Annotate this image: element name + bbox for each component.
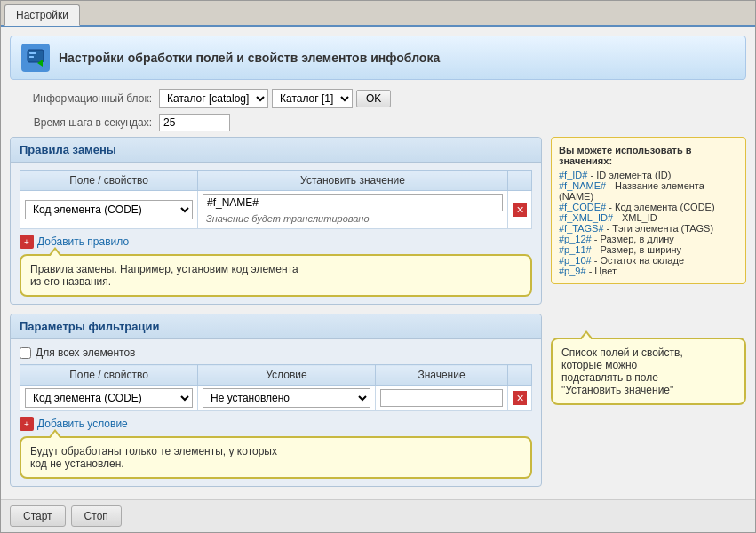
rules-section: Правила замены Поле / свойство Установит… <box>10 137 542 305</box>
rules-tooltip-text: Правила замены. Например, установим код … <box>30 263 298 288</box>
filter-col-value-header: Значение <box>376 365 508 386</box>
info-link-p12[interactable]: #p_12# <box>559 234 592 244</box>
list-item: #f_TAGS# - Тэги элемента (TAGS) <box>559 223 738 234</box>
filter-table: Поле / свойство Условие Значение <box>20 364 532 411</box>
time-step-label: Время шага в секундах: <box>10 116 152 129</box>
rules-delete-cell: ✕ <box>508 191 532 229</box>
bottom-bar: Старт Стоп <box>1 499 755 532</box>
info-link-p9[interactable]: #p_9# <box>559 266 586 276</box>
info-tooltip2: Список полей и свойств,которые можноподс… <box>551 338 746 405</box>
info-link-xmlid-text: - XML_ID <box>613 212 657 223</box>
add-condition-label: Добавить условие <box>37 418 128 430</box>
filter-value-cell <box>376 386 508 411</box>
rules-delete-icon[interactable]: ✕ <box>513 203 527 217</box>
list-item: #f_NAME# - Название элемента (NAME) <box>559 180 738 202</box>
rules-field-select[interactable]: Код элемента (CODE) <box>25 200 193 219</box>
info-link-code[interactable]: #f_CODE# <box>559 202 606 212</box>
rules-section-title: Правила замены <box>11 138 541 163</box>
content-area: Настройки обработки полей и свойств элем… <box>1 27 755 499</box>
list-item: #f_CODE# - Код элемента (CODE) <box>559 202 738 212</box>
rules-tooltip: Правила замены. Например, установим код … <box>20 254 532 297</box>
rules-table: Поле / свойство Установить значение К <box>20 170 532 229</box>
info-link-id[interactable]: #f_ID# <box>559 170 587 180</box>
rules-section-body: Поле / свойство Установить значение К <box>11 163 541 304</box>
ok-button[interactable]: OK <box>356 90 391 107</box>
transliterate-note: Значение будет транслитировано <box>203 211 503 226</box>
filter-condition-select[interactable]: Не установлено <box>203 388 370 408</box>
page-title: Настройки обработки полей и свойств элем… <box>59 51 440 65</box>
list-item: #f_XML_ID# - XML_ID <box>559 212 738 223</box>
info-link-p10-text: - Остаток на складе <box>592 255 684 266</box>
filter-section-body: Для всех элементов Поле / свойство Услов… <box>11 339 541 486</box>
time-step-input[interactable] <box>159 114 230 131</box>
info-link-p10[interactable]: #p_10# <box>559 255 592 266</box>
info-link-p11-text: - Размер, в ширину <box>592 244 681 255</box>
rules-col-value-header: Установить значение <box>198 171 508 191</box>
list-item: #f_ID# - ID элемента (ID) <box>559 170 738 180</box>
info-link-p11[interactable]: #p_11# <box>559 244 592 255</box>
info-box: Вы можете использовать взначениях: #f_ID… <box>551 137 746 284</box>
info-links-list: #f_ID# - ID элемента (ID) #f_NAME# - Наз… <box>559 170 738 276</box>
filter-field-select[interactable]: Код элемента (CODE) <box>25 388 193 408</box>
right-panel: Вы можете использовать взначениях: #f_ID… <box>551 137 746 496</box>
stop-button[interactable]: Стоп <box>71 505 122 527</box>
svg-rect-1 <box>29 52 36 54</box>
info-link-xmlid[interactable]: #f_XML_ID# <box>559 212 613 223</box>
add-condition-icon: + <box>20 417 34 431</box>
info-link-p9-text: - Цвет <box>586 266 617 276</box>
info-box-title: Вы можете использовать взначениях: <box>559 145 738 166</box>
info-block-row: Информационный блок: Каталог [catalog] К… <box>10 89 746 108</box>
all-elements-checkbox-label[interactable]: Для всех элементов <box>20 346 532 359</box>
time-step-row: Время шага в секундах: <box>10 114 746 131</box>
info-link-p12-text: - Размер, в длину <box>592 234 674 244</box>
info-tooltip2-text: Список полей и свойств,которые можноподс… <box>561 346 683 396</box>
filter-tooltip: Будут обработаны только те элементы, у к… <box>20 436 532 479</box>
start-button[interactable]: Старт <box>10 505 66 527</box>
rules-value-cell: Значение будет транслитировано <box>198 191 508 229</box>
all-elements-checkbox[interactable] <box>20 347 31 359</box>
list-item: #p_10# - Остаток на складе <box>559 255 738 266</box>
rules-value-input[interactable] <box>203 194 503 211</box>
filter-field-cell: Код элемента (CODE) <box>20 386 198 411</box>
tab-settings[interactable]: Настройки <box>4 4 80 26</box>
tab-bar: Настройки <box>1 1 755 27</box>
filter-tooltip-container: Будут обработаны только те элементы, у к… <box>20 436 532 479</box>
list-item: #p_11# - Размер, в ширину <box>559 244 738 255</box>
filter-col-field-header: Поле / свойство <box>20 365 198 386</box>
info-link-tags-text: - Тэги элемента (TAGS) <box>604 223 714 234</box>
filter-section-title: Параметры фильтрации <box>11 314 541 339</box>
filter-delete-icon[interactable]: ✕ <box>513 391 527 405</box>
info-block-select2[interactable]: Каталог [1] <box>272 89 353 108</box>
add-rule-label: Добавить правило <box>37 235 129 248</box>
all-elements-label: Для всех элементов <box>36 346 135 359</box>
main-layout: Правила замены Поле / свойство Установит… <box>10 137 746 496</box>
rules-col-action-header <box>508 171 532 191</box>
main-window: Настройки Настройки обработки полей и св… <box>0 0 756 533</box>
info-link-id-text: - ID элемента (ID) <box>587 170 671 180</box>
info-link-name[interactable]: #f_NAME# <box>559 180 606 191</box>
table-row: Код элемента (CODE) Значение будет транс… <box>20 191 532 229</box>
left-panel: Правила замены Поле / свойство Установит… <box>10 137 542 496</box>
list-item: #p_12# - Размер, в длину <box>559 234 738 244</box>
table-row: Код элемента (CODE) Не установлено <box>20 386 532 411</box>
info-tooltip2-area: Список полей и свойств,которые можноподс… <box>551 338 746 405</box>
header-icon <box>21 44 50 72</box>
info-block-select1[interactable]: Каталог [catalog] <box>159 89 268 108</box>
info-link-tags[interactable]: #f_TAGS# <box>559 223 604 234</box>
info-link-code-text: - Код элемента (CODE) <box>606 202 714 212</box>
add-rule-link[interactable]: + Добавить правило <box>20 235 129 249</box>
filter-col-action-header <box>508 365 532 386</box>
filter-col-condition-header: Условие <box>198 365 376 386</box>
add-rule-icon: + <box>20 235 34 249</box>
rules-field-cell: Код элемента (CODE) <box>20 191 198 229</box>
add-condition-link[interactable]: + Добавить условие <box>20 417 128 431</box>
rules-tooltip-container: Правила замены. Например, установим код … <box>20 254 532 297</box>
rules-col-field-header: Поле / свойство <box>20 171 198 191</box>
list-item: #p_9# - Цвет <box>559 266 738 276</box>
page-header: Настройки обработки полей и свойств элем… <box>10 36 746 80</box>
filter-section: Параметры фильтрации Для всех элементов … <box>10 314 542 487</box>
filter-delete-cell: ✕ <box>508 386 532 411</box>
filter-value-input[interactable] <box>380 389 503 407</box>
svg-rect-2 <box>29 56 34 58</box>
filter-condition-cell: Не установлено <box>198 386 376 411</box>
